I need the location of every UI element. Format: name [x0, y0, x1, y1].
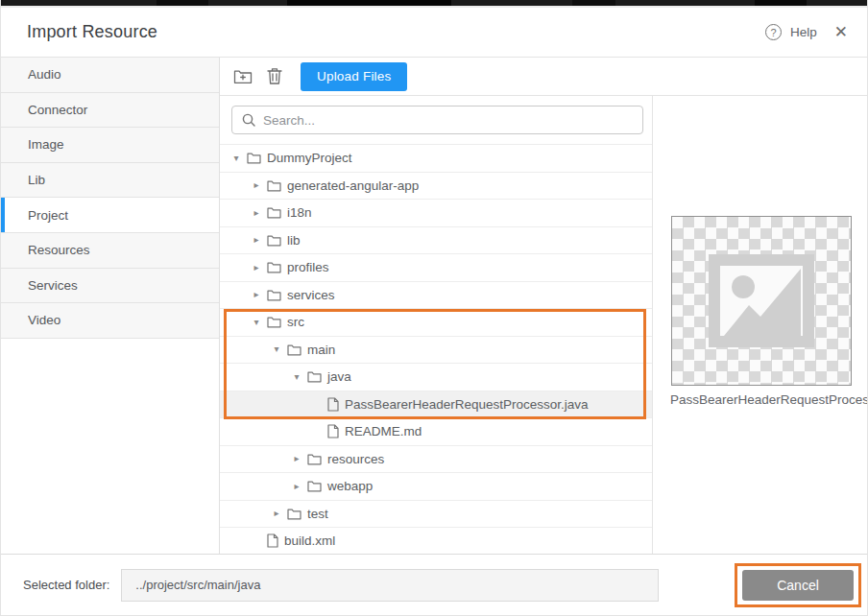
sidebar-item-label: Connector: [28, 103, 87, 117]
cancel-button[interactable]: Cancel: [742, 570, 854, 601]
chevron-right-icon[interactable]: ▸: [250, 263, 263, 272]
dialog-body: AudioConnectorImageLibProjectResourcesSe…: [1, 58, 867, 554]
folder-icon: [287, 344, 301, 356]
sidebar-item-audio[interactable]: Audio: [1, 58, 219, 93]
sidebar-item-label: Audio: [28, 67, 61, 82]
search-box: [231, 106, 643, 134]
sidebar-item-project[interactable]: Project: [1, 198, 219, 233]
folder-icon: [267, 179, 281, 192]
image-placeholder-icon: [709, 254, 814, 347]
folder-icon: [287, 508, 301, 520]
tree-item-label: main: [307, 343, 335, 357]
folder-icon: [267, 206, 281, 219]
tree-item-webapp[interactable]: ▸webapp: [220, 473, 652, 501]
sidebar-item-label: Resources: [28, 243, 90, 257]
annotation-box-cancel: Cancel: [735, 563, 861, 607]
tree-item-label: DummyProject: [267, 151, 352, 165]
upload-files-button[interactable]: Upload Files: [301, 62, 407, 91]
help-icon[interactable]: ?: [765, 24, 782, 40]
sidebar-item-services[interactable]: Services: [1, 269, 219, 304]
close-icon[interactable]: ✕: [834, 24, 848, 40]
folder-icon: [247, 152, 261, 164]
tree-item-label: java: [327, 369, 351, 384]
chevron-right-icon[interactable]: ▸: [250, 290, 263, 299]
preview-thumbnail: [671, 216, 852, 386]
search-icon: [242, 113, 255, 127]
help-link[interactable]: Help: [790, 25, 817, 39]
file-browser: ▾DummyProject▸generated-angular-app▸i18n…: [220, 96, 653, 554]
sidebar-item-label: Services: [28, 278, 78, 293]
new-folder-icon[interactable]: [232, 66, 253, 87]
selected-folder-label: Selected folder:: [23, 578, 109, 592]
chevron-down-icon[interactable]: ▾: [290, 372, 303, 382]
sidebar: AudioConnectorImageLibProjectResourcesSe…: [1, 58, 220, 554]
tree-item-resources[interactable]: ▸resources: [220, 446, 652, 474]
file-icon: [267, 533, 278, 548]
tree-item-label: lib: [287, 233, 301, 248]
file-icon: [327, 397, 339, 412]
sidebar-item-image[interactable]: Image: [1, 128, 219, 163]
dialog-footer: Selected folder: Cancel: [1, 554, 867, 615]
tree-item-build-xml[interactable]: build.xml: [220, 528, 652, 554]
tree-item-src[interactable]: ▾src: [220, 309, 652, 337]
chevron-right-icon[interactable]: ▸: [250, 208, 263, 218]
right-region: Upload Files ▾DummyProject▸generated-ang…: [220, 58, 867, 554]
tree-item-label: resources: [327, 452, 384, 466]
sidebar-item-label: Project: [28, 208, 68, 223]
tree-item-test[interactable]: ▸test: [220, 501, 652, 529]
sidebar-item-resources[interactable]: Resources: [1, 233, 219, 269]
tree-item-label: PassBearerHeaderRequestProcessor.java: [345, 397, 589, 412]
tree-item-dummyproject[interactable]: ▾DummyProject: [220, 145, 652, 173]
tree-item-label: generated-angular-app: [287, 178, 419, 193]
tree-item-label: services: [287, 288, 335, 302]
tree-item-readme-md[interactable]: README.md: [220, 418, 652, 446]
chevron-down-icon[interactable]: ▾: [229, 154, 243, 163]
import-resource-dialog: Import Resource ? Help ✕ AudioConnectorI…: [0, 0, 868, 616]
tree-item-lib[interactable]: ▸lib: [220, 227, 652, 255]
tree-item-label: test: [307, 507, 328, 521]
folder-icon: [267, 316, 281, 328]
tree-item-label: src: [287, 315, 304, 329]
tree-item-label: webapp: [327, 479, 373, 493]
sidebar-item-video[interactable]: Video: [1, 303, 219, 339]
sidebar-item-connector[interactable]: Connector: [1, 93, 219, 129]
chevron-down-icon[interactable]: ▾: [250, 318, 263, 327]
file-icon: [327, 424, 339, 438]
chevron-right-icon[interactable]: ▸: [270, 509, 283, 518]
preview-filename: PassBearerHeaderRequestProcessor.java: [670, 392, 867, 407]
chevron-right-icon[interactable]: ▸: [250, 180, 263, 190]
folder-icon: [307, 370, 322, 383]
tree: ▾DummyProject▸generated-angular-app▸i18n…: [220, 144, 652, 554]
tree-item-label: README.md: [345, 424, 422, 438]
selected-folder-field[interactable]: [121, 569, 659, 602]
tree-item-i18n[interactable]: ▸i18n: [220, 200, 652, 227]
sidebar-item-label: Image: [28, 137, 64, 152]
tree-item-label: profiles: [287, 260, 329, 274]
chevron-right-icon[interactable]: ▸: [250, 235, 263, 245]
chevron-right-icon[interactable]: ▸: [290, 454, 303, 463]
folder-icon: [267, 289, 281, 301]
tree-item-main[interactable]: ▾main: [220, 337, 652, 365]
folder-icon: [267, 234, 281, 247]
tree-item-passbearerheaderrequestprocessor-java[interactable]: PassBearerHeaderRequestProcessor.java: [220, 391, 652, 419]
preview-panel: PassBearerHeaderRequestProcessor.java: [653, 96, 867, 554]
folder-icon: [307, 453, 322, 465]
sidebar-item-lib[interactable]: Lib: [1, 163, 219, 199]
tree-item-generated-angular-app[interactable]: ▸generated-angular-app: [220, 173, 652, 201]
tree-item-label: build.xml: [284, 533, 335, 548]
tree-item-label: i18n: [287, 205, 312, 220]
folder-icon: [267, 261, 281, 273]
search-input[interactable]: [263, 113, 633, 128]
toolbar: Upload Files: [220, 58, 867, 96]
folder-icon: [307, 480, 322, 492]
chevron-down-icon[interactable]: ▾: [270, 344, 283, 354]
tree-item-profiles[interactable]: ▸profiles: [220, 254, 652, 282]
sidebar-item-label: Lib: [28, 173, 45, 187]
delete-icon[interactable]: [264, 66, 285, 87]
tree-item-java[interactable]: ▾java: [220, 364, 652, 391]
sidebar-item-label: Video: [28, 313, 60, 327]
dialog-header: Import Resource ? Help ✕: [1, 8, 867, 58]
page-title: Import Resource: [27, 22, 157, 42]
tree-item-services[interactable]: ▸services: [220, 282, 652, 310]
chevron-right-icon[interactable]: ▸: [290, 482, 303, 491]
